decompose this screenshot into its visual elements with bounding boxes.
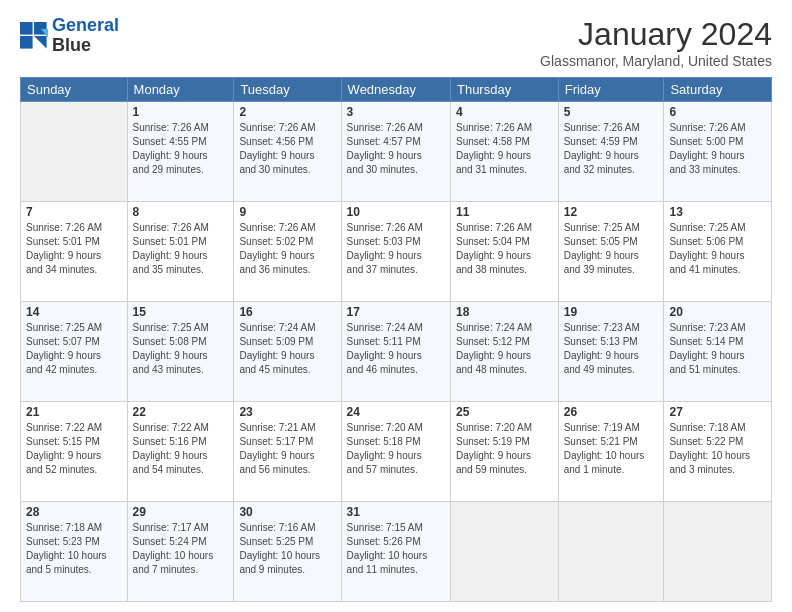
calendar-cell: 4Sunrise: 7:26 AM Sunset: 4:58 PM Daylig… (450, 102, 558, 202)
day-info: Sunrise: 7:25 AM Sunset: 5:07 PM Dayligh… (26, 321, 122, 377)
svg-marker-3 (34, 36, 47, 49)
calendar-cell: 24Sunrise: 7:20 AM Sunset: 5:18 PM Dayli… (341, 402, 450, 502)
subtitle: Glassmanor, Maryland, United States (540, 53, 772, 69)
day-number: 14 (26, 305, 122, 319)
weekday-header-sunday: Sunday (21, 78, 128, 102)
calendar-week-2: 7Sunrise: 7:26 AM Sunset: 5:01 PM Daylig… (21, 202, 772, 302)
calendar-cell: 23Sunrise: 7:21 AM Sunset: 5:17 PM Dayli… (234, 402, 341, 502)
day-info: Sunrise: 7:26 AM Sunset: 4:59 PM Dayligh… (564, 121, 659, 177)
calendar-cell (558, 502, 664, 602)
calendar-cell: 28Sunrise: 7:18 AM Sunset: 5:23 PM Dayli… (21, 502, 128, 602)
calendar-cell: 12Sunrise: 7:25 AM Sunset: 5:05 PM Dayli… (558, 202, 664, 302)
day-info: Sunrise: 7:26 AM Sunset: 4:56 PM Dayligh… (239, 121, 335, 177)
day-number: 30 (239, 505, 335, 519)
day-info: Sunrise: 7:24 AM Sunset: 5:09 PM Dayligh… (239, 321, 335, 377)
day-info: Sunrise: 7:26 AM Sunset: 5:01 PM Dayligh… (133, 221, 229, 277)
title-block: January 2024 Glassmanor, Maryland, Unite… (540, 16, 772, 69)
calendar-body: 1Sunrise: 7:26 AM Sunset: 4:55 PM Daylig… (21, 102, 772, 602)
calendar-cell: 15Sunrise: 7:25 AM Sunset: 5:08 PM Dayli… (127, 302, 234, 402)
calendar-week-3: 14Sunrise: 7:25 AM Sunset: 5:07 PM Dayli… (21, 302, 772, 402)
day-number: 13 (669, 205, 766, 219)
day-number: 18 (456, 305, 553, 319)
day-info: Sunrise: 7:26 AM Sunset: 4:57 PM Dayligh… (347, 121, 445, 177)
day-info: Sunrise: 7:26 AM Sunset: 5:03 PM Dayligh… (347, 221, 445, 277)
calendar-cell: 8Sunrise: 7:26 AM Sunset: 5:01 PM Daylig… (127, 202, 234, 302)
calendar-cell: 11Sunrise: 7:26 AM Sunset: 5:04 PM Dayli… (450, 202, 558, 302)
svg-rect-2 (20, 36, 33, 49)
calendar-cell: 19Sunrise: 7:23 AM Sunset: 5:13 PM Dayli… (558, 302, 664, 402)
day-info: Sunrise: 7:18 AM Sunset: 5:23 PM Dayligh… (26, 521, 122, 577)
calendar-cell: 3Sunrise: 7:26 AM Sunset: 4:57 PM Daylig… (341, 102, 450, 202)
day-number: 23 (239, 405, 335, 419)
day-number: 25 (456, 405, 553, 419)
day-number: 12 (564, 205, 659, 219)
day-number: 10 (347, 205, 445, 219)
day-number: 3 (347, 105, 445, 119)
day-info: Sunrise: 7:24 AM Sunset: 5:11 PM Dayligh… (347, 321, 445, 377)
day-info: Sunrise: 7:19 AM Sunset: 5:21 PM Dayligh… (564, 421, 659, 477)
day-info: Sunrise: 7:20 AM Sunset: 5:18 PM Dayligh… (347, 421, 445, 477)
day-info: Sunrise: 7:23 AM Sunset: 5:13 PM Dayligh… (564, 321, 659, 377)
calendar: SundayMondayTuesdayWednesdayThursdayFrid… (20, 77, 772, 602)
calendar-cell: 18Sunrise: 7:24 AM Sunset: 5:12 PM Dayli… (450, 302, 558, 402)
day-info: Sunrise: 7:26 AM Sunset: 4:55 PM Dayligh… (133, 121, 229, 177)
calendar-cell: 17Sunrise: 7:24 AM Sunset: 5:11 PM Dayli… (341, 302, 450, 402)
day-info: Sunrise: 7:25 AM Sunset: 5:06 PM Dayligh… (669, 221, 766, 277)
day-info: Sunrise: 7:25 AM Sunset: 5:08 PM Dayligh… (133, 321, 229, 377)
calendar-cell (450, 502, 558, 602)
calendar-cell: 6Sunrise: 7:26 AM Sunset: 5:00 PM Daylig… (664, 102, 772, 202)
day-number: 16 (239, 305, 335, 319)
day-info: Sunrise: 7:26 AM Sunset: 5:00 PM Dayligh… (669, 121, 766, 177)
day-number: 15 (133, 305, 229, 319)
calendar-week-4: 21Sunrise: 7:22 AM Sunset: 5:15 PM Dayli… (21, 402, 772, 502)
calendar-cell: 1Sunrise: 7:26 AM Sunset: 4:55 PM Daylig… (127, 102, 234, 202)
calendar-week-5: 28Sunrise: 7:18 AM Sunset: 5:23 PM Dayli… (21, 502, 772, 602)
logo-icon (20, 22, 48, 50)
weekday-header-wednesday: Wednesday (341, 78, 450, 102)
calendar-week-1: 1Sunrise: 7:26 AM Sunset: 4:55 PM Daylig… (21, 102, 772, 202)
weekday-header-thursday: Thursday (450, 78, 558, 102)
calendar-cell: 5Sunrise: 7:26 AM Sunset: 4:59 PM Daylig… (558, 102, 664, 202)
calendar-cell: 16Sunrise: 7:24 AM Sunset: 5:09 PM Dayli… (234, 302, 341, 402)
day-number: 24 (347, 405, 445, 419)
day-number: 4 (456, 105, 553, 119)
svg-rect-0 (20, 22, 33, 35)
day-info: Sunrise: 7:21 AM Sunset: 5:17 PM Dayligh… (239, 421, 335, 477)
calendar-cell: 13Sunrise: 7:25 AM Sunset: 5:06 PM Dayli… (664, 202, 772, 302)
day-info: Sunrise: 7:22 AM Sunset: 5:15 PM Dayligh… (26, 421, 122, 477)
weekday-header-tuesday: Tuesday (234, 78, 341, 102)
logo-text: General Blue (52, 16, 119, 56)
weekday-header-friday: Friday (558, 78, 664, 102)
calendar-cell: 30Sunrise: 7:16 AM Sunset: 5:25 PM Dayli… (234, 502, 341, 602)
day-info: Sunrise: 7:17 AM Sunset: 5:24 PM Dayligh… (133, 521, 229, 577)
day-number: 5 (564, 105, 659, 119)
page: General Blue January 2024 Glassmanor, Ma… (0, 0, 792, 612)
day-number: 1 (133, 105, 229, 119)
day-number: 26 (564, 405, 659, 419)
day-number: 31 (347, 505, 445, 519)
header: General Blue January 2024 Glassmanor, Ma… (20, 16, 772, 69)
calendar-cell: 27Sunrise: 7:18 AM Sunset: 5:22 PM Dayli… (664, 402, 772, 502)
day-number: 22 (133, 405, 229, 419)
calendar-cell: 7Sunrise: 7:26 AM Sunset: 5:01 PM Daylig… (21, 202, 128, 302)
calendar-cell: 21Sunrise: 7:22 AM Sunset: 5:15 PM Dayli… (21, 402, 128, 502)
weekday-header-saturday: Saturday (664, 78, 772, 102)
day-number: 2 (239, 105, 335, 119)
day-number: 20 (669, 305, 766, 319)
day-number: 6 (669, 105, 766, 119)
day-info: Sunrise: 7:26 AM Sunset: 5:04 PM Dayligh… (456, 221, 553, 277)
day-info: Sunrise: 7:23 AM Sunset: 5:14 PM Dayligh… (669, 321, 766, 377)
day-info: Sunrise: 7:25 AM Sunset: 5:05 PM Dayligh… (564, 221, 659, 277)
day-number: 11 (456, 205, 553, 219)
calendar-cell: 10Sunrise: 7:26 AM Sunset: 5:03 PM Dayli… (341, 202, 450, 302)
day-number: 7 (26, 205, 122, 219)
calendar-cell: 31Sunrise: 7:15 AM Sunset: 5:26 PM Dayli… (341, 502, 450, 602)
day-info: Sunrise: 7:26 AM Sunset: 4:58 PM Dayligh… (456, 121, 553, 177)
day-info: Sunrise: 7:22 AM Sunset: 5:16 PM Dayligh… (133, 421, 229, 477)
day-info: Sunrise: 7:20 AM Sunset: 5:19 PM Dayligh… (456, 421, 553, 477)
day-number: 27 (669, 405, 766, 419)
calendar-header: SundayMondayTuesdayWednesdayThursdayFrid… (21, 78, 772, 102)
day-number: 28 (26, 505, 122, 519)
day-info: Sunrise: 7:15 AM Sunset: 5:26 PM Dayligh… (347, 521, 445, 577)
day-number: 17 (347, 305, 445, 319)
